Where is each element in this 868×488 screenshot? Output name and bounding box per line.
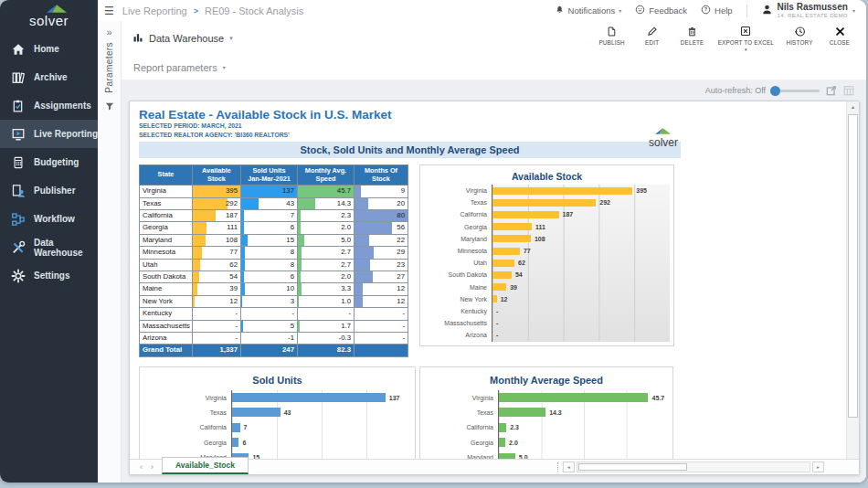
data-bar: [355, 186, 361, 196]
category-label: Minnesota: [420, 248, 492, 254]
archive-icon: [10, 69, 26, 86]
sidebar-item-settings[interactable]: Settings: [0, 261, 98, 290]
data-bar: [355, 198, 368, 209]
breadcrumb-section[interactable]: Live Reporting: [122, 5, 187, 16]
data-source-dropdown[interactable]: Data Warehouse ▾: [132, 32, 233, 45]
grid-view-icon[interactable]: [843, 85, 854, 96]
horizontal-scrollbar[interactable]: ◂ ▸: [557, 462, 824, 472]
edit-icon: [647, 26, 658, 37]
value-cell: 12: [355, 283, 408, 295]
table-row: Arizona--1-0.3-: [140, 333, 408, 345]
value-label: 2.0: [509, 440, 518, 446]
data-bar: [355, 296, 363, 307]
data-bar: [298, 198, 315, 209]
breadcrumb-page: RE09 - Stock Analysis: [205, 5, 303, 16]
chart-bar: [499, 393, 648, 402]
edit-button[interactable]: EDIT: [638, 26, 667, 46]
scroll-right-icon[interactable]: ▸: [812, 461, 824, 472]
scroll-up-icon[interactable]: ▴: [847, 101, 859, 112]
help-button[interactable]: ? Help: [701, 5, 733, 16]
excel-icon: [740, 26, 751, 37]
screen: solver HomeArchiveAssignmentsLive Report…: [0, 0, 868, 488]
history-button[interactable]: HISTORY: [785, 26, 814, 46]
selected-period: SELECTED PERIOD: MARCH, 2021: [139, 122, 681, 131]
value-cell: 6: [241, 222, 298, 234]
notifications-button[interactable]: Notifications ▾: [555, 5, 622, 17]
data-warehouse-icon: [132, 32, 143, 45]
horizontal-scroll-thumb[interactable]: [578, 463, 687, 471]
user-menu[interactable]: Nils Rasmussen 14. Real Estate Demo ▾: [761, 3, 855, 19]
expand-parameters-icon[interactable]: »: [98, 27, 121, 37]
publish-icon: [607, 26, 617, 37]
value-label: 187: [563, 211, 574, 217]
sidebar-item-archive[interactable]: Archive: [0, 63, 98, 91]
report-logo-text: solver: [649, 138, 678, 147]
live-reporting-icon: [10, 126, 26, 143]
slider-thumb[interactable]: [770, 86, 780, 96]
value-cell: -1: [241, 333, 298, 345]
category-label: Georgia: [140, 440, 231, 446]
feedback-button[interactable]: Feedback: [635, 5, 687, 16]
help-icon: ?: [701, 5, 711, 16]
state-cell: California: [140, 210, 193, 222]
data-bar: [241, 283, 245, 294]
smiley-icon: [635, 5, 645, 16]
sidebar-item-publisher[interactable]: Publisher: [0, 176, 98, 205]
chart-sold-units: Sold Units Virginia137Texas43California7…: [139, 366, 416, 460]
data-bar: [298, 235, 304, 246]
value-label: -: [496, 308, 498, 314]
data-bar: [298, 222, 301, 233]
chart-bar: [492, 283, 506, 291]
parameters-label[interactable]: Parameters: [104, 42, 114, 93]
action-label: DELETE: [681, 39, 704, 46]
sidebar-item-budgeting[interactable]: Budgeting: [0, 148, 98, 176]
value-cell: 80: [355, 210, 408, 222]
chart-plot: Virginia395Texas292California187Georgia1…: [420, 185, 673, 342]
value-label: 137: [389, 395, 400, 401]
category-label: Virginia: [140, 395, 231, 401]
state-cell: Maryland: [140, 234, 193, 246]
publish-button[interactable]: PUBLISH: [598, 26, 627, 46]
column-header: Monthly Avg. Speed: [298, 165, 355, 186]
horizontal-scroll-track[interactable]: [577, 461, 810, 472]
data-bar: [241, 247, 245, 258]
sidebar-item-workflow[interactable]: Workflow: [0, 205, 98, 233]
sheet-next-icon[interactable]: ›: [151, 462, 153, 472]
scroll-left-icon[interactable]: ◂: [563, 461, 575, 472]
chart-row: Virginia45.7: [420, 390, 672, 405]
column-header: Sold Units Jan-Mar-2021: [241, 165, 298, 186]
report-parameters-dropdown[interactable]: Report parameters ▾: [122, 55, 866, 80]
sidebar-item-live-reporting[interactable]: Live Reporting: [0, 120, 98, 148]
value-label: 39: [510, 284, 517, 291]
data-bar: [355, 283, 363, 294]
menu-icon[interactable]: ☰: [104, 5, 114, 16]
open-in-window-icon[interactable]: [826, 85, 837, 96]
sheet-tab-bar: ‹ › Available_Stock ◂ ▸: [130, 459, 859, 474]
state-cell: Texas: [140, 197, 193, 209]
vertical-scroll-thumb[interactable]: [848, 114, 858, 418]
sheet-prev-icon[interactable]: ‹: [140, 462, 143, 472]
value-cell: 5: [241, 320, 298, 332]
sheet-tab-available-stock[interactable]: Available_Stock: [162, 457, 249, 474]
sidebar-item-assignments[interactable]: Assignments: [0, 91, 98, 120]
publisher-icon: [10, 183, 26, 199]
chart-row: Texas292: [420, 196, 673, 208]
close-button[interactable]: CLOSE: [825, 26, 854, 46]
table-row: Maine39103.312: [140, 283, 408, 295]
grand-total-row: Grand Total1,33724782.3: [140, 345, 408, 356]
chart-bar: [232, 423, 240, 432]
sidebar-item-home[interactable]: Home: [0, 35, 98, 63]
vertical-scrollbar[interactable]: ▴: [846, 101, 859, 460]
state-cell: Minnesota: [140, 247, 193, 259]
sidebar-item-data-warehouse[interactable]: Data Warehouse: [0, 233, 98, 261]
autorefresh-slider[interactable]: [772, 90, 820, 92]
export-to-excel-button[interactable]: EXPORT TO EXCEL▾: [718, 26, 774, 51]
chart-row: California2.3: [420, 420, 672, 435]
toolbar-actions: PUBLISHEDITDELETEEXPORT TO EXCEL▾HISTORY…: [598, 26, 854, 51]
category-label: Virginia: [420, 187, 492, 194]
divider: [746, 5, 747, 17]
value-cell: -: [193, 308, 241, 320]
delete-button[interactable]: DELETE: [678, 26, 707, 46]
value-label: 292: [599, 199, 610, 206]
chevron-down-icon: ▾: [223, 64, 226, 70]
